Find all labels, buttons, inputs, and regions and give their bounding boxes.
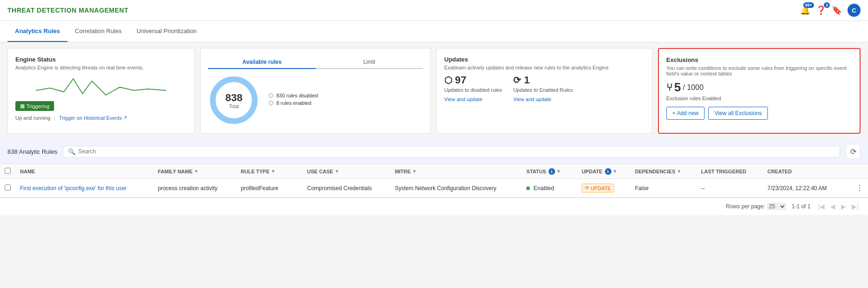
page-prev-button[interactable]: ◀ bbox=[828, 202, 837, 211]
th-family[interactable]: FAMILY NAME ▼ bbox=[158, 169, 198, 174]
update-disabled-count: ⬡ 97 bbox=[444, 74, 502, 86]
page-range: 1-1 of 1 bbox=[792, 203, 811, 210]
available-rules-card: Available rules Limit 838 Total 830 rule… bbox=[200, 48, 431, 134]
search-input[interactable] bbox=[78, 148, 835, 155]
rule-family: process creation activity bbox=[158, 185, 217, 192]
tab-correlation-rules[interactable]: Correlation Rules bbox=[68, 21, 129, 42]
view-all-exclusions-button[interactable]: View all Exclusions bbox=[708, 107, 768, 120]
donut-legend: 830 rules disabled 8 rules enabled bbox=[269, 93, 318, 108]
rows-per-page: Rows per page: 25 50 100 bbox=[726, 203, 786, 210]
page-last-button[interactable]: ▶| bbox=[850, 202, 861, 211]
updates-title: Updates bbox=[444, 56, 644, 63]
triggering-button[interactable]: ▦ Triggering bbox=[15, 101, 54, 111]
ruletype-filter-icon: ▼ bbox=[271, 169, 276, 174]
updates-grid: ⬡ 97 Updates to disabled rules View and … bbox=[444, 74, 644, 102]
rule-dependencies: False bbox=[635, 185, 648, 192]
usecase-filter-icon: ▼ bbox=[335, 169, 339, 174]
update-enabled: ⟳ 1 Updates to Enabled Rules View and up… bbox=[513, 74, 573, 102]
avail-tab-available[interactable]: Available rules bbox=[208, 56, 315, 69]
avail-tabs: Available rules Limit bbox=[208, 56, 423, 69]
avatar[interactable]: C bbox=[848, 4, 861, 17]
row-checkbox[interactable] bbox=[5, 185, 11, 191]
legend-enabled-label: 8 rules enabled bbox=[276, 100, 311, 106]
up-running-label: Up and running bbox=[15, 115, 50, 121]
th-mitre[interactable]: MITRE ▼ bbox=[395, 169, 417, 174]
mitre-filter-icon: ▼ bbox=[412, 169, 417, 174]
pipe-divider: | bbox=[54, 115, 55, 121]
external-link-icon: ↗ bbox=[123, 115, 127, 121]
help-badge: 3 bbox=[824, 2, 830, 8]
th-last-triggered: LAST TRIGGERED bbox=[701, 169, 746, 174]
th-use-case[interactable]: USE CASE ▼ bbox=[307, 169, 339, 174]
page-next-button[interactable]: ▶ bbox=[839, 202, 848, 211]
page-first-button[interactable]: |◀ bbox=[816, 202, 827, 211]
donut-total: 838 bbox=[225, 92, 243, 104]
status-filter-icon: ▼ bbox=[556, 169, 561, 174]
th-name[interactable]: NAME bbox=[20, 169, 35, 174]
family-filter-icon: ▼ bbox=[194, 169, 199, 174]
rule-status: Enabled bbox=[534, 185, 554, 192]
updates-card: Updates Exabeam actively updates and rel… bbox=[436, 48, 652, 134]
update-disabled-label: Updates to disabled rules bbox=[444, 87, 502, 93]
sparkline-svg bbox=[15, 74, 187, 97]
view-update-enabled-link[interactable]: View and update bbox=[513, 96, 573, 102]
fork-icon: ⑂ bbox=[666, 82, 672, 94]
header: THREAT DETECTION MANAGEMENT 🔔 99+ ❓ 3 🔖 … bbox=[0, 0, 868, 21]
th-status[interactable]: STATUS 1 ▼ bbox=[526, 168, 561, 175]
help-button[interactable]: ❓ 3 bbox=[816, 5, 826, 15]
tab-analytics-rules[interactable]: Analytics Rules bbox=[7, 21, 68, 42]
rule-created: 7/23/2024, 12:22:40 AM bbox=[767, 185, 827, 192]
bookmark-button[interactable]: 🔖 bbox=[832, 5, 842, 15]
th-dependencies[interactable]: DEPENDENCIES ▼ bbox=[635, 169, 681, 174]
update-filter-icon: ▼ bbox=[613, 169, 617, 174]
exclusions-buttons: + Add new View all Exclusions bbox=[666, 107, 852, 120]
select-all-checkbox[interactable] bbox=[5, 168, 11, 174]
deps-filter-icon: ▼ bbox=[677, 169, 681, 174]
rule-mitre: System Network Configuration Discovery bbox=[395, 185, 496, 192]
engine-status-subtitle: Analytics Engine is detecting threats on… bbox=[15, 65, 187, 70]
engine-status-title: Engine Status bbox=[15, 56, 187, 63]
th-created: CREATED bbox=[767, 169, 792, 174]
legend-disabled: 830 rules disabled bbox=[269, 93, 318, 98]
exclusions-subtitle: You can write conditions to exclude some… bbox=[666, 65, 852, 76]
table-count-label: 838 Analytic Rules bbox=[7, 148, 57, 155]
app-title: THREAT DETECTION MANAGEMENT bbox=[7, 7, 129, 14]
cube-icon: ⬡ bbox=[444, 75, 452, 86]
update-disabled: ⬡ 97 Updates to disabled rules View and … bbox=[444, 74, 502, 102]
th-rule-type[interactable]: RULE TYPE ▼ bbox=[241, 169, 276, 174]
view-update-disabled-link[interactable]: View and update bbox=[444, 96, 502, 102]
page-nav: |◀ ◀ ▶ ▶| bbox=[816, 202, 861, 211]
analytic-rules-table: NAME FAMILY NAME ▼ RULE TYPE ▼ USE CASE … bbox=[0, 164, 868, 198]
search-icon: 🔍 bbox=[68, 148, 75, 155]
refresh-icon-updates: ⟳ bbox=[513, 75, 521, 86]
rows-per-page-label: Rows per page: bbox=[726, 203, 765, 210]
avail-tab-limit[interactable]: Limit bbox=[316, 56, 423, 69]
rule-usecase: Compromised Credentials bbox=[307, 185, 372, 192]
legend-dot-disabled bbox=[269, 93, 273, 98]
donut-label: Total bbox=[225, 104, 243, 109]
add-new-exclusion-button[interactable]: + Add new bbox=[666, 107, 705, 120]
donut-area: 838 Total 830 rules disabled 8 rules ena… bbox=[208, 75, 423, 126]
donut-chart: 838 Total bbox=[208, 75, 259, 126]
sparkline bbox=[15, 74, 187, 97]
updates-subtitle: Exabeam actively updates and release new… bbox=[444, 65, 644, 70]
notifications-button[interactable]: 🔔 99+ bbox=[800, 5, 810, 15]
legend-enabled: 8 rules enabled bbox=[269, 100, 318, 106]
update-tag-button[interactable]: ⟳ UPDATE bbox=[582, 184, 614, 192]
exclusions-enabled-label: Exclusion rules Enabled bbox=[666, 96, 852, 101]
bar-chart-icon: ▦ bbox=[20, 103, 25, 109]
tab-universal-prioritization[interactable]: Universal Prioritization bbox=[129, 21, 204, 42]
refresh-button[interactable]: ⟳ bbox=[846, 144, 861, 159]
update-arrow-icon: ⟳ bbox=[585, 185, 589, 191]
header-icons: 🔔 99+ ❓ 3 🔖 C bbox=[800, 4, 861, 17]
rows-per-page-select[interactable]: 25 50 100 bbox=[767, 203, 786, 210]
trigger-historical-link[interactable]: Trigger on Historical Events ↗ bbox=[59, 115, 127, 121]
exclusions-limit: / 1000 bbox=[683, 83, 703, 92]
th-update[interactable]: UPDATE 1 ▼ bbox=[582, 168, 617, 175]
table-area: 838 Analytic Rules 🔍 ⟳ NAME FAMILY NAME … bbox=[0, 139, 868, 215]
exclusions-count: ⑂ 5 / 1000 bbox=[666, 80, 852, 95]
exclusions-title: Exclusions bbox=[666, 56, 852, 63]
rule-name-link[interactable]: First execution of 'ipconfig.exe' for th… bbox=[20, 185, 127, 192]
row-more-button[interactable]: ⋮ bbox=[856, 184, 863, 192]
notifications-badge: 99+ bbox=[803, 2, 814, 8]
